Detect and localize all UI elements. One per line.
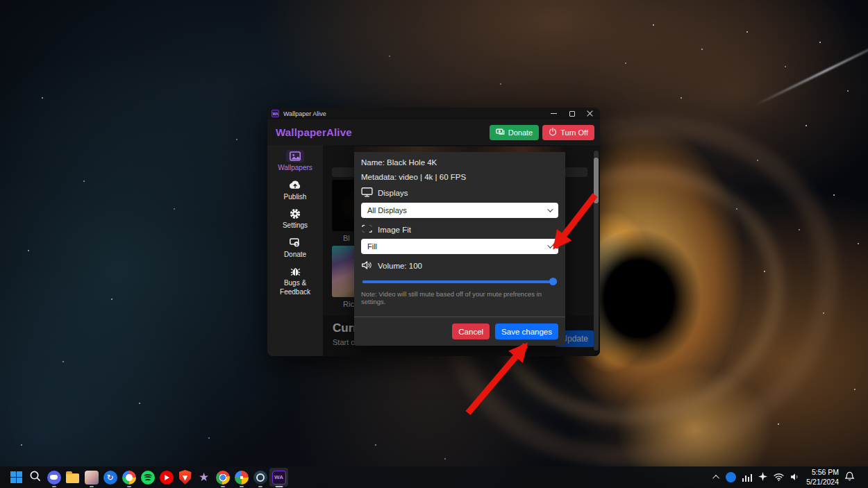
folder-icon [66,473,79,483]
donate-label: Donate [508,128,533,137]
windows-logo-icon [10,471,23,484]
taskbar-item-game[interactable]: ★ [194,466,213,488]
media-app-icon [85,471,99,485]
wallpaper-preview [354,146,565,152]
desktop: WA Wallpaper Alive WallpaperAlive Donate [0,0,868,488]
image-icon [286,150,304,162]
discord-icon [47,471,61,485]
image-fit-selected-value: Fill [367,242,377,251]
close-button[interactable] [587,110,593,117]
taskbar-item-rave[interactable] [119,466,138,488]
gear-icon [286,208,304,220]
clock[interactable]: 5:56 PM 5/21/2024 [806,468,839,486]
search-button[interactable] [26,466,44,488]
sidebar-item-bugs-feedback[interactable]: Bugs & Feedback [270,265,320,296]
taskbar-item-wallpaper-alive[interactable]: WA [269,468,288,487]
wallpaper-name: Name: Black Hole 4K [361,158,558,167]
wallpaper-settings-modal: Name: Black Hole 4K Metadata: video | 4k… [354,146,565,346]
system-tray: 5:56 PM 5/21/2024 [715,468,861,486]
donate-button[interactable]: Donate [490,125,539,140]
image-fit-icon [361,224,373,235]
youtube-music-icon [160,471,174,485]
modal-footer: Cancel Save changes [354,317,565,346]
taskbar-item-discord[interactable] [44,466,63,488]
start-button[interactable] [7,466,26,488]
sparkle-icon[interactable] [758,471,767,484]
google-photos-icon [235,471,249,485]
notification-bell-icon[interactable] [845,471,854,484]
window-title: Wallpaper Alive [283,110,326,117]
taskbar: ↻ ★ WA [0,466,868,488]
sidebar-item-donate[interactable]: $ Donate [270,237,320,260]
sidebar: Wallpapers Publish Settings $ [267,145,323,356]
cancel-button[interactable]: Cancel [452,323,490,339]
rave-icon [122,471,136,485]
scrollbar-thumb[interactable] [594,158,599,203]
image-fit-label: Image Fit [378,226,411,234]
sidebar-item-settings[interactable]: Settings [270,208,320,230]
save-changes-button[interactable]: Save changes [495,323,558,339]
tray-date: 5/21/2024 [806,478,839,487]
app-icon: WA [272,110,279,117]
sidebar-item-publish[interactable]: Publish [270,179,320,202]
volume-slider[interactable] [362,277,557,285]
wallpaper-metadata: Metadata: video | 4k | 60 FPS [361,173,558,181]
chevron-down-icon [547,206,553,212]
app-header: WallpaperAlive Donate Turn Off [267,119,600,145]
taskbar-item-spotify[interactable] [138,466,157,488]
speaker-icon [361,260,373,271]
taskbar-item-sync[interactable]: ↻ [101,466,119,488]
taskbar-item-brave[interactable] [176,466,194,488]
turn-off-label: Turn Off [560,128,588,137]
chrome-icon [216,471,230,485]
taskbar-item-youtube-music[interactable] [157,466,176,488]
window-titlebar[interactable]: WA Wallpaper Alive [267,108,600,119]
scrollbar[interactable] [594,151,599,351]
turn-off-button[interactable]: Turn Off [542,125,594,140]
slider-thumb[interactable] [549,278,557,285]
steam-icon [253,471,267,485]
taskbar-item-google-photos[interactable] [232,466,251,488]
coins-icon [496,127,505,137]
spotify-icon [141,471,155,485]
tray-app-icon[interactable] [726,472,736,482]
maximize-button[interactable] [569,110,575,117]
minimize-button[interactable] [551,110,557,117]
sidebar-item-wallpapers[interactable]: Wallpapers [270,150,320,173]
tray-time: 5:56 PM [806,468,839,477]
taskbar-item-chrome[interactable] [213,466,232,488]
display-icon [361,187,373,199]
bug-icon [286,265,304,278]
taskbar-item-media-app[interactable] [82,466,101,488]
mute-note: Note: Video will still mute based off of… [361,290,558,305]
cloud-upload-icon [286,179,304,192]
chevron-down-icon [547,242,553,248]
wallpaper-library: Bl Ric Current Start on Boot: Disabled U… [323,145,600,356]
star-icon: ★ [199,470,209,485]
wallpaper-alive-icon: WA [272,471,286,485]
displays-selected-value: All Displays [367,206,407,214]
performance-monitor-icon[interactable] [742,473,753,482]
image-fit-select[interactable]: Fill [361,239,558,254]
tray-chevron-up-icon[interactable] [712,475,719,482]
volume-label: Volume: 100 [378,262,422,270]
cash-icon: $ [286,237,304,249]
brave-shield-icon [179,470,192,485]
displays-label: Displays [378,189,408,197]
displays-select[interactable]: All Displays [361,203,558,218]
taskbar-item-file-explorer[interactable] [63,466,82,488]
search-icon [29,470,41,485]
slider-fill [362,280,557,283]
brand-title: WallpaperAlive [276,126,352,138]
wallpaper-alive-window: WA Wallpaper Alive WallpaperAlive Donate [267,108,600,356]
power-icon [549,128,557,137]
sync-icon: ↻ [103,471,117,485]
taskbar-item-steam[interactable] [251,466,269,488]
wifi-icon[interactable] [774,471,784,484]
volume-tray-icon[interactable] [790,471,800,484]
